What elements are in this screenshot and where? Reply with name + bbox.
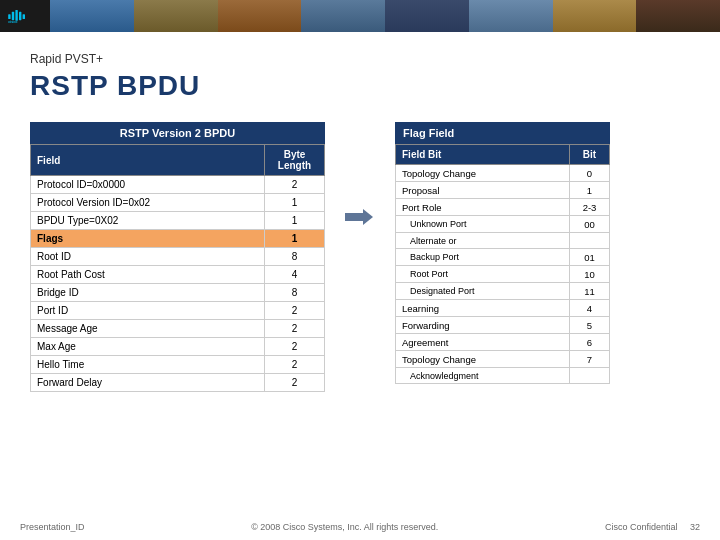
field-bit-cell: Learning: [396, 300, 570, 317]
value-cell: 1: [265, 194, 325, 212]
value-cell: 8: [265, 248, 325, 266]
value-cell: 4: [265, 266, 325, 284]
field-cell: BPDU Type=0X02: [31, 212, 265, 230]
footer-center: © 2008 Cisco Systems, Inc. All rights re…: [251, 522, 438, 532]
table-row: Backup Port01: [396, 249, 610, 266]
subtitle: Rapid PVST+: [30, 52, 690, 66]
bit-cell: [570, 233, 610, 249]
table-row: Learning4: [396, 300, 610, 317]
value-cell: 8: [265, 284, 325, 302]
field-cell: Root ID: [31, 248, 265, 266]
bit-cell: [570, 368, 610, 384]
field-bit-cell: Root Port: [396, 266, 570, 283]
value-cell: 1: [265, 212, 325, 230]
bit-cell: 4: [570, 300, 610, 317]
left-table-container: RSTP Version 2 BPDU Field ByteLength Pro…: [30, 122, 325, 392]
table-row: Root Port10: [396, 266, 610, 283]
table-row: Protocol ID=0x00002: [31, 176, 325, 194]
svg-rect-1: [12, 12, 14, 20]
table-row: Designated Port11: [396, 283, 610, 300]
value-cell: 2: [265, 302, 325, 320]
table-row: Topology Change7: [396, 351, 610, 368]
svg-rect-0: [8, 14, 10, 19]
value-cell: 2: [265, 356, 325, 374]
field-cell: Hello Time: [31, 356, 265, 374]
field-bit-cell: Topology Change: [396, 165, 570, 182]
svg-rect-4: [23, 14, 25, 19]
field-cell: Port ID: [31, 302, 265, 320]
table-row: BPDU Type=0X021: [31, 212, 325, 230]
arrow-icon: [345, 202, 375, 232]
field-cell: Max Age: [31, 338, 265, 356]
field-bit-cell: Alternate or: [396, 233, 570, 249]
field-bit-cell: Unknown Port: [396, 216, 570, 233]
col-byte-length: ByteLength: [265, 145, 325, 176]
table-row: Flags1: [31, 230, 325, 248]
bit-cell: 00: [570, 216, 610, 233]
bit-cell: 11: [570, 283, 610, 300]
table-row: Bridge ID8: [31, 284, 325, 302]
field-cell: Root Path Cost: [31, 266, 265, 284]
value-cell: 2: [265, 320, 325, 338]
footer-right: Cisco Confidential 32: [605, 522, 700, 532]
footer: Presentation_ID © 2008 Cisco Systems, In…: [0, 522, 720, 532]
tables-area: RSTP Version 2 BPDU Field ByteLength Pro…: [30, 122, 690, 392]
value-cell: 2: [265, 176, 325, 194]
table-row: Forwarding5: [396, 317, 610, 334]
main-title: RSTP BPDU: [30, 70, 690, 102]
bit-cell: 7: [570, 351, 610, 368]
col-field-bit: Field Bit: [396, 145, 570, 165]
bit-cell: 6: [570, 334, 610, 351]
footer-left: Presentation_ID: [20, 522, 85, 532]
table-row: Root Path Cost4: [31, 266, 325, 284]
table-row: Protocol Version ID=0x021: [31, 194, 325, 212]
value-cell: 2: [265, 374, 325, 392]
table-row: Port ID2: [31, 302, 325, 320]
table-row: Alternate or: [396, 233, 610, 249]
svg-text:cisco: cisco: [8, 20, 18, 24]
field-cell: Message Age: [31, 320, 265, 338]
svg-marker-6: [345, 209, 373, 225]
field-bit-cell: Forwarding: [396, 317, 570, 334]
bit-cell: 1: [570, 182, 610, 199]
col-bit: Bit: [570, 145, 610, 165]
top-bar: cisco: [0, 0, 720, 32]
field-cell: Forward Delay: [31, 374, 265, 392]
table-row: Message Age2: [31, 320, 325, 338]
table-row: Max Age2: [31, 338, 325, 356]
bit-cell: 5: [570, 317, 610, 334]
field-bit-cell: Port Role: [396, 199, 570, 216]
table-row: Root ID8: [31, 248, 325, 266]
field-cell: Protocol ID=0x0000: [31, 176, 265, 194]
field-cell: Flags: [31, 230, 265, 248]
right-table-header: Flag Field: [395, 122, 610, 144]
table-row: Acknowledgment: [396, 368, 610, 384]
right-table-container: Flag Field Field Bit Bit Topology Change…: [395, 122, 610, 384]
table-row: Proposal1: [396, 182, 610, 199]
main-content: Rapid PVST+ RSTP BPDU RSTP Version 2 BPD…: [0, 32, 720, 402]
field-bit-cell: Designated Port: [396, 283, 570, 300]
table-row: Port Role2-3: [396, 199, 610, 216]
field-cell: Protocol Version ID=0x02: [31, 194, 265, 212]
bit-cell: 10: [570, 266, 610, 283]
table-row: Agreement6: [396, 334, 610, 351]
field-bit-cell: Acknowledgment: [396, 368, 570, 384]
table-row: Hello Time2: [31, 356, 325, 374]
bit-cell: 01: [570, 249, 610, 266]
field-bit-cell: Agreement: [396, 334, 570, 351]
svg-rect-3: [19, 12, 21, 20]
value-cell: 2: [265, 338, 325, 356]
arrow-container: [345, 122, 375, 232]
right-table: Field Bit Bit Topology Change0Proposal1P…: [395, 144, 610, 384]
banner-images: [50, 0, 720, 32]
table-row: Forward Delay2: [31, 374, 325, 392]
col-field: Field: [31, 145, 265, 176]
cisco-logo: cisco: [0, 0, 50, 32]
bit-cell: 2-3: [570, 199, 610, 216]
left-table: Field ByteLength Protocol ID=0x00002Prot…: [30, 144, 325, 392]
table-row: Unknown Port00: [396, 216, 610, 233]
left-table-header: RSTP Version 2 BPDU: [30, 122, 325, 144]
field-bit-cell: Topology Change: [396, 351, 570, 368]
bit-cell: 0: [570, 165, 610, 182]
field-bit-cell: Proposal: [396, 182, 570, 199]
